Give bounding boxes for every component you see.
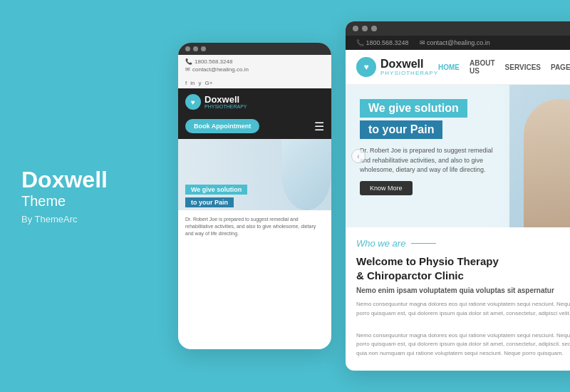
mobile-mockup: 📞 1800.568.3248 ✉ contact@healing.co.in …	[178, 43, 331, 349]
about-who-label: Who we are	[356, 238, 570, 249]
desktop-hero: ‹ We give solution to your Pain Dr. Robe…	[346, 85, 570, 227]
social-gplus[interactable]: G+	[204, 80, 212, 86]
mobile-nav-bar: ♥ Doxwell PHYSIOTHERAPY	[178, 88, 331, 115]
desktop-topbar	[346, 21, 570, 36]
mobile-logo: ♥ Doxwell PHYSIOTHERAPY	[185, 94, 247, 110]
desktop-dot-3	[371, 26, 377, 31]
desktop-hero-content: We give solution to your Pain Dr. Robert…	[360, 99, 502, 195]
social-in[interactable]: in	[190, 80, 195, 86]
desktop-mockup: 📞 1800.568.3248 ✉ contact@healing.co.in …	[346, 21, 570, 371]
desktop-hero-image	[509, 85, 570, 227]
hero-figure-left	[524, 99, 570, 227]
mobile-dot-3	[201, 46, 206, 51]
brand-title: Doxwell	[21, 167, 164, 192]
left-panel: Doxwell Theme By ThemeArc	[21, 167, 164, 224]
desktop-contact-info: 📞 1800.568.3248 ✉ contact@healing.co.in	[356, 39, 490, 46]
brand-subtitle: Theme	[21, 193, 164, 210]
desktop-dot-1	[353, 26, 358, 31]
desktop-logo-icon: ♥	[356, 57, 376, 77]
mobile-logo-subtext: PHYSIOTHERAPY	[204, 104, 247, 109]
hero-line1: We give solution	[360, 99, 467, 118]
mobile-hero-line1: We give solution	[185, 185, 247, 195]
desktop-nav-links: HOME ABOUT US SERVICES PAGES NEWS SHOP C…	[438, 59, 570, 75]
social-y[interactable]: y	[198, 80, 201, 86]
desktop-nav: ♥ Doxwell PHYSIOTHERAPY HOME ABOUT US SE…	[346, 50, 570, 85]
desktop-phone: 📞 1800.568.3248	[356, 39, 409, 46]
mobile-logo-icon: ♥	[185, 94, 201, 110]
mobile-phone: 📞 1800.568.3248	[185, 58, 324, 65]
hero-know-more-button[interactable]: Know More	[360, 181, 413, 195]
mobile-body-text: Dr. Robert Joe is prepared to suggest re…	[185, 216, 324, 237]
hero-description: Dr. Robert Joe is prepared to suggest re…	[360, 146, 502, 175]
nav-link-services[interactable]: SERVICES	[505, 63, 541, 71]
desktop-info-bar: 📞 1800.568.3248 ✉ contact@healing.co.in …	[346, 36, 570, 50]
mobile-contact-bar: 📞 1800.568.3248 ✉ contact@healing.co.in	[178, 55, 331, 78]
mobile-dot-2	[193, 46, 198, 51]
mobile-action-row: Book Appointment ☰	[178, 115, 331, 139]
mobile-top-bar	[178, 43, 331, 55]
about-text-2: Nemo consequuntur magna dolores eos qui …	[356, 331, 570, 359]
nav-link-about[interactable]: ABOUT US	[470, 59, 495, 75]
by-line: By ThemeArc	[21, 214, 164, 225]
about-subtitle: Nemo enim ipsam voluptatem quia voluptas…	[356, 287, 570, 294]
mobile-email: ✉ contact@healing.co.in	[185, 66, 324, 73]
desktop-logo-sub: PHYSIOTHERAPY	[380, 70, 438, 76]
desktop-email: ✉ contact@healing.co.in	[420, 39, 490, 46]
mobile-hamburger-icon[interactable]: ☰	[314, 120, 324, 133]
about-left-content: Who we are Welcome to Physio Therapy & C…	[356, 238, 570, 359]
mobile-hero: We give solution to your Pain	[178, 139, 331, 210]
mobile-hero-overlay: We give solution to your Pain	[178, 182, 331, 210]
mobile-dot-1	[185, 46, 190, 51]
desktop-dot-2	[362, 26, 368, 31]
about-text-1: Nemo consequuntur magna dolores eos qui …	[356, 300, 570, 319]
desktop-about-section: Who we are Welcome to Physio Therapy & C…	[346, 227, 570, 369]
mobile-logo-text: Doxwell	[204, 95, 247, 104]
desktop-logo-text: Doxwell	[380, 58, 438, 70]
mobile-book-appointment-button[interactable]: Book Appointment	[185, 119, 259, 133]
nav-link-home[interactable]: HOME	[438, 63, 460, 71]
social-f[interactable]: f	[185, 80, 187, 86]
hero-prev-arrow[interactable]: ‹	[351, 149, 366, 163]
desktop-logo: ♥ Doxwell PHYSIOTHERAPY	[356, 57, 438, 77]
mobile-social-bar: f in y G+	[178, 78, 331, 88]
mobile-hero-line2: to your Pain	[185, 197, 234, 207]
hero-line2: to your Pain	[360, 120, 442, 139]
about-title: Welcome to Physio Therapy & Chiroparctor…	[356, 254, 570, 282]
nav-link-pages[interactable]: PAGES	[551, 63, 570, 71]
mobile-bottom-content: Dr. Robert Joe is prepared to suggest re…	[178, 210, 331, 242]
